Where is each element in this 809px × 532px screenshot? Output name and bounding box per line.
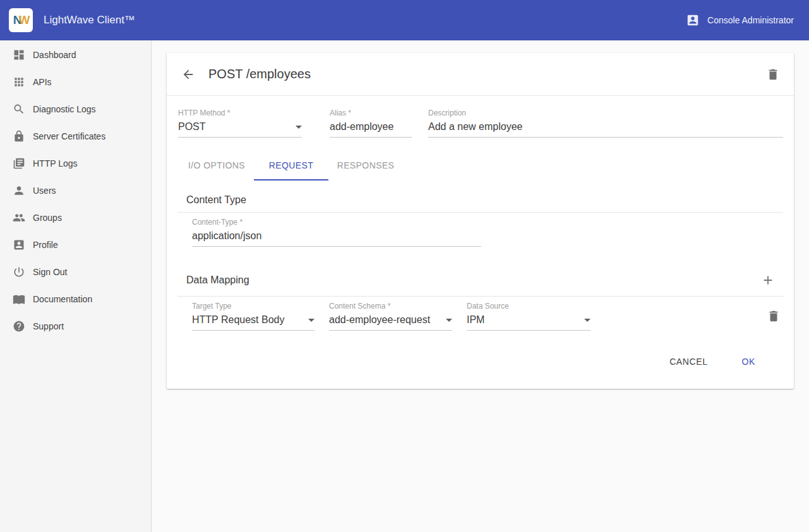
form-actions: CANCEL OK: [167, 331, 794, 374]
sidebar-item-groups[interactable]: Groups: [0, 204, 151, 231]
dropdown-arrow-icon: [308, 319, 315, 322]
sidebar-item-label: Users: [33, 186, 56, 196]
user-menu[interactable]: Console Administrator: [686, 13, 794, 27]
section-divider: [177, 212, 783, 213]
sidebar-item-label: Server Certificates: [33, 131, 105, 141]
tab-request[interactable]: REQUEST: [254, 151, 328, 180]
delete-icon: [767, 309, 781, 323]
plus-icon: [761, 273, 775, 287]
sidebar-item-label: APIs: [33, 77, 52, 87]
sidebar-item-users[interactable]: Users: [0, 177, 151, 204]
power-icon: [13, 266, 25, 278]
section-divider: [177, 296, 783, 297]
content-type-section-header: Content Type: [167, 180, 794, 212]
description-value: Add a new employee: [428, 121, 522, 133]
data-mapping-row: Target Type HTTP Request Body Content Sc…: [192, 302, 783, 331]
search-icon: [13, 103, 25, 115]
http-method-value: POST: [178, 121, 206, 133]
sidebar-item-label: Groups: [33, 213, 62, 223]
delete-icon: [766, 68, 780, 81]
library-books-icon: [13, 157, 25, 170]
page-title: POST /employees: [208, 67, 311, 81]
endpoint-card: POST /employees HTTP Method * POST Alias…: [167, 53, 794, 389]
add-mapping-button[interactable]: [758, 271, 777, 290]
app-title: LightWave Client™: [44, 14, 135, 27]
person-icon: [13, 184, 25, 197]
account-box-icon: [686, 13, 700, 27]
content-type-heading: Content Type: [186, 194, 246, 206]
http-method-select[interactable]: HTTP Method * POST: [178, 109, 302, 138]
data-source-label: Data Source: [467, 302, 590, 310]
sidebar-item-apis[interactable]: APIs: [0, 68, 151, 95]
sidebar-item-sign-out[interactable]: Sign Out: [0, 258, 151, 285]
target-type-label: Target Type: [192, 302, 315, 310]
logo-letter-w: W: [18, 13, 28, 27]
dropdown-arrow-icon: [446, 319, 452, 322]
sidebar-nav: Dashboard APIs Diagnostic Logs Server Ce…: [0, 40, 152, 532]
sidebar-item-support[interactable]: Support: [0, 312, 151, 340]
data-mapping-heading: Data Mapping: [186, 275, 249, 286]
dropdown-arrow-icon: [584, 319, 590, 322]
user-label: Console Administrator: [707, 15, 794, 25]
target-type-select[interactable]: Target Type HTTP Request Body: [192, 302, 315, 331]
sidebar-item-label: Diagnostic Logs: [33, 104, 96, 114]
dropdown-arrow-icon: [296, 126, 302, 129]
sidebar-item-label: Documentation: [33, 294, 92, 304]
sidebar-item-label: Sign Out: [33, 267, 67, 277]
apps-icon: [13, 76, 25, 88]
alias-label: Alias *: [330, 109, 412, 117]
target-type-value: HTTP Request Body: [192, 314, 284, 326]
sidebar-item-label: Support: [33, 321, 64, 331]
sidebar-item-http-logs[interactable]: HTTP Logs: [0, 150, 151, 177]
alias-value: add-employee: [330, 121, 393, 133]
data-mapping-section-header: Data Mapping: [167, 247, 794, 296]
sidebar-item-dashboard[interactable]: Dashboard: [0, 41, 151, 68]
book-icon: [13, 293, 25, 305]
sidebar-item-server-certificates[interactable]: Server Certificates: [0, 122, 151, 150]
tab-bar: I/O OPTIONS REQUEST RESPONSES: [179, 151, 794, 180]
account-box-icon: [13, 239, 25, 251]
back-button[interactable]: [179, 65, 198, 84]
app-bar: N W LightWave Client™ Console Administra…: [0, 0, 809, 40]
content-schema-label: Content Schema *: [329, 302, 452, 310]
sidebar-item-diagnostic-logs[interactable]: Diagnostic Logs: [0, 95, 151, 122]
people-icon: [13, 211, 25, 224]
content-type-label: Content-Type *: [192, 218, 481, 227]
delete-endpoint-button[interactable]: [764, 65, 782, 84]
alias-field[interactable]: Alias * add-employee: [330, 109, 412, 138]
content-schema-value: add-employee-request: [329, 314, 430, 326]
arrow-back-icon: [181, 68, 195, 81]
delete-mapping-button[interactable]: [764, 307, 783, 326]
description-label: Description: [428, 109, 783, 117]
help-icon: [13, 320, 25, 333]
data-source-select[interactable]: Data Source IPM: [467, 302, 590, 331]
data-source-value: IPM: [467, 314, 484, 326]
content-schema-select[interactable]: Content Schema * add-employee-request: [329, 302, 452, 331]
endpoint-fields-row: HTTP Method * POST Alias * add-employee …: [167, 96, 794, 138]
sidebar-item-label: Profile: [33, 240, 58, 250]
http-method-label: HTTP Method *: [178, 109, 302, 117]
cancel-button[interactable]: CANCEL: [659, 351, 717, 372]
lock-icon: [13, 130, 25, 143]
sidebar-item-label: Dashboard: [33, 50, 76, 60]
ok-button[interactable]: OK: [732, 351, 765, 372]
card-header: POST /employees: [167, 53, 794, 96]
description-field[interactable]: Description Add a new employee: [428, 109, 783, 138]
tab-responses[interactable]: RESPONSES: [328, 151, 403, 180]
content-type-value: application/json: [192, 230, 261, 242]
main-content: POST /employees HTTP Method * POST Alias…: [152, 40, 809, 532]
content-type-field[interactable]: Content-Type * application/json: [192, 218, 481, 247]
sidebar-item-label: HTTP Logs: [33, 158, 78, 168]
tab-io-options[interactable]: I/O OPTIONS: [179, 151, 254, 180]
sidebar-item-profile[interactable]: Profile: [0, 231, 151, 258]
sidebar-item-documentation[interactable]: Documentation: [0, 285, 151, 312]
app-logo[interactable]: N W: [9, 8, 33, 32]
dashboard-icon: [13, 49, 25, 61]
